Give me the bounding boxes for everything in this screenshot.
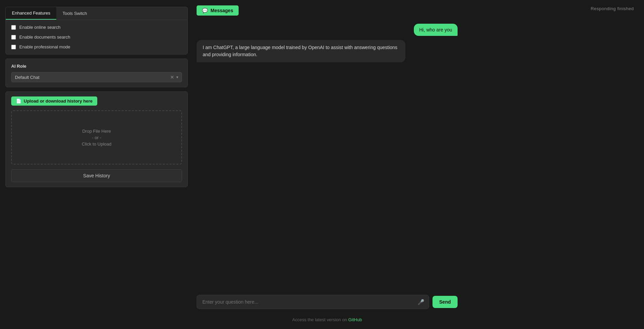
tab-tools-switch[interactable]: Tools Switch — [56, 7, 93, 20]
input-wrapper: 🎤 — [197, 295, 429, 309]
tab-enhanced-features[interactable]: Enhanced Features — [6, 7, 56, 20]
user-message-text: Hi, who are you — [419, 27, 452, 32]
dropzone-line1: Drop File Here — [82, 129, 111, 134]
github-link[interactable]: GitHub — [348, 317, 362, 322]
checkbox-online-search[interactable]: Enable online search — [11, 25, 182, 30]
chat-area: 💬 Messages Hi, who are you I am ChatGPT,… — [193, 0, 464, 329]
checkbox-professional-mode-input[interactable] — [11, 45, 16, 49]
checkbox-documents-search[interactable]: Enable documents search — [11, 35, 182, 40]
checkbox-documents-search-input[interactable] — [11, 35, 16, 40]
dropzone-line2: - or - — [92, 135, 101, 140]
footer-text: Access the latest version on — [292, 317, 348, 322]
checkbox-professional-mode-label: Enable professional mode — [19, 44, 70, 49]
chevron-down-icon[interactable]: ▾ — [176, 75, 178, 80]
checkbox-online-search-input[interactable] — [11, 25, 16, 30]
upload-panel: 📄 Upload or download history here Drop F… — [5, 91, 188, 187]
right-empty-space — [464, 0, 644, 329]
checkbox-online-search-label: Enable online search — [19, 25, 60, 30]
ai-message-text: I am ChatGPT, a large language model tra… — [203, 45, 397, 57]
chat-input[interactable] — [197, 295, 429, 309]
checkbox-professional-mode[interactable]: Enable professional mode — [11, 44, 182, 49]
ai-role-select[interactable]: Default Chat ✕ ▾ — [11, 72, 182, 82]
features-tab-panel: Enhanced Features Tools Switch Enable on… — [5, 7, 188, 54]
upload-dropzone[interactable]: Drop File Here - or - Click to Upload — [11, 110, 182, 164]
status-bar: Responding finished — [591, 6, 634, 11]
message-ai-row: I am ChatGPT, a large language model tra… — [197, 40, 458, 62]
upload-btn-label: Upload or download history here — [24, 98, 93, 104]
messages-tab[interactable]: 💬 Messages — [197, 5, 239, 16]
ai-role-title: AI Role — [11, 64, 182, 69]
ai-message-bubble: I am ChatGPT, a large language model tra… — [197, 40, 405, 62]
mic-icon[interactable]: 🎤 — [418, 299, 424, 305]
ai-role-clear-icon[interactable]: ✕ — [170, 74, 174, 80]
messages-tab-label: Messages — [210, 8, 233, 13]
messages-icon: 💬 — [202, 8, 208, 13]
user-message-bubble: Hi, who are you — [414, 24, 458, 36]
ai-role-panel: AI Role Default Chat ✕ ▾ — [5, 59, 188, 87]
upload-download-button[interactable]: 📄 Upload or download history here — [11, 96, 97, 106]
tab-header: Enhanced Features Tools Switch — [6, 7, 187, 20]
tab-enhanced-content: Enable online search Enable documents se… — [6, 20, 187, 54]
footer: Access the latest version on GitHub — [197, 315, 458, 326]
save-history-button[interactable]: Save History — [11, 169, 182, 182]
upload-icon: 📄 — [16, 98, 21, 104]
ai-role-value: Default Chat — [15, 75, 168, 80]
status-text: Responding finished — [591, 6, 634, 11]
send-button[interactable]: Send — [432, 296, 458, 308]
input-bar: 🎤 Send — [197, 293, 458, 310]
chat-messages: Hi, who are you I am ChatGPT, a large la… — [197, 20, 458, 288]
checkbox-documents-search-label: Enable documents search — [19, 35, 70, 40]
sidebar: Enhanced Features Tools Switch Enable on… — [0, 0, 193, 329]
dropzone-line3: Click to Upload — [82, 141, 111, 147]
main-layout: Enhanced Features Tools Switch Enable on… — [0, 0, 644, 329]
message-user-row: Hi, who are you — [197, 24, 458, 36]
